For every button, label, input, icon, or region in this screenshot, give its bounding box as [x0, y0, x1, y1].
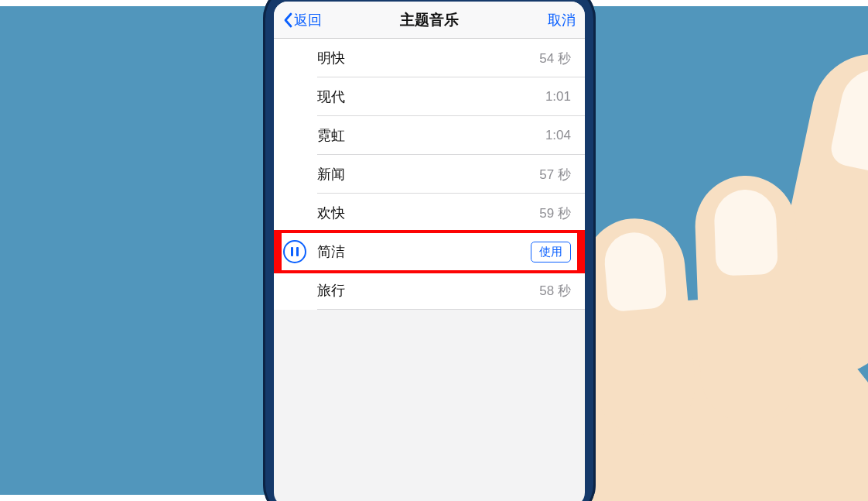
list-item[interactable]: 简洁使用	[274, 232, 585, 271]
phone-frame: 返回 主题音乐 取消 明快54 秒现代1:01霓虹1:04新闻57 秒欢快59 …	[263, 0, 596, 501]
music-name: 旅行	[317, 281, 539, 300]
music-name: 霓虹	[317, 126, 545, 145]
music-name: 明快	[317, 49, 539, 67]
music-duration: 58 秒	[539, 282, 571, 300]
music-duration: 59 秒	[539, 204, 571, 222]
list-item[interactable]: 欢快59 秒	[274, 194, 585, 232]
chevron-left-icon	[283, 12, 292, 28]
list-item[interactable]: 明快54 秒	[274, 39, 585, 77]
back-label: 返回	[294, 11, 322, 29]
cancel-button[interactable]: 取消	[548, 11, 576, 29]
music-name: 新闻	[317, 165, 539, 184]
music-name: 欢快	[317, 204, 539, 222]
music-duration: 54 秒	[539, 50, 571, 67]
list-item[interactable]: 新闻57 秒	[274, 155, 585, 194]
music-list: 明快54 秒现代1:01霓虹1:04新闻57 秒欢快59 秒简洁使用旅行58 秒	[274, 39, 585, 310]
nav-bar: 返回 主题音乐 取消	[274, 2, 585, 39]
music-duration: 1:04	[545, 128, 571, 143]
music-duration: 1:01	[545, 89, 571, 105]
phone-screen: 返回 主题音乐 取消 明快54 秒现代1:01霓虹1:04新闻57 秒欢快59 …	[274, 2, 585, 501]
divider	[317, 309, 585, 310]
list-item[interactable]: 现代1:01	[274, 77, 585, 116]
use-button[interactable]: 使用	[531, 242, 571, 263]
music-name: 简洁	[317, 242, 531, 261]
list-item[interactable]: 霓虹1:04	[274, 116, 585, 155]
list-item[interactable]: 旅行58 秒	[274, 271, 585, 310]
music-name: 现代	[317, 88, 545, 106]
pause-icon[interactable]	[283, 240, 306, 263]
back-button[interactable]: 返回	[283, 11, 322, 29]
music-duration: 57 秒	[539, 166, 571, 184]
